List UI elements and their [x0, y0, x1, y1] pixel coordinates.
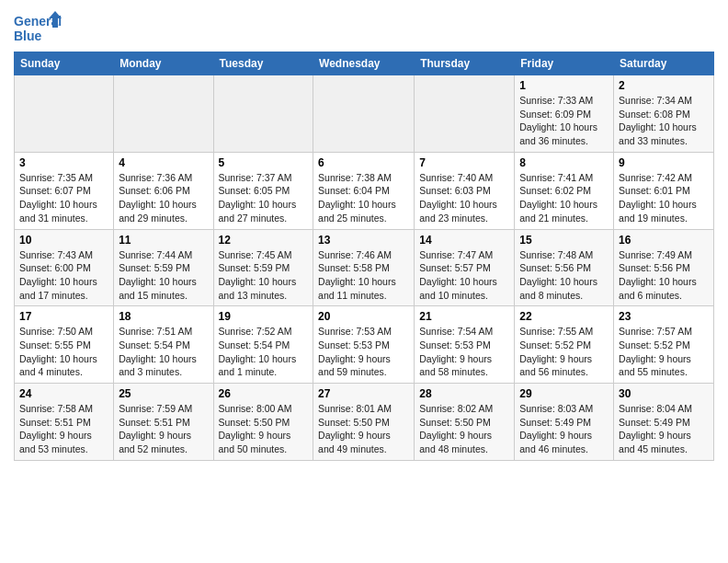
calendar-cell: 30Sunrise: 8:04 AM Sunset: 5:49 PM Dayli…: [614, 384, 714, 461]
weekday-header-friday: Friday: [515, 52, 614, 75]
day-info: Sunrise: 7:43 AM Sunset: 6:00 PM Dayligh…: [19, 248, 108, 303]
weekday-header-thursday: Thursday: [415, 52, 515, 75]
day-info: Sunrise: 7:51 AM Sunset: 5:54 PM Dayligh…: [119, 325, 208, 379]
day-number: 15: [519, 234, 609, 247]
calendar-cell: 24Sunrise: 7:58 AM Sunset: 5:51 PM Dayli…: [15, 384, 114, 461]
day-number: 29: [519, 387, 609, 400]
day-number: 28: [419, 387, 509, 400]
day-info: Sunrise: 7:55 AM Sunset: 5:52 PM Dayligh…: [519, 325, 609, 379]
calendar-cell: 16Sunrise: 7:49 AM Sunset: 5:56 PM Dayli…: [614, 229, 714, 306]
day-number: 13: [318, 234, 409, 247]
day-number: 14: [419, 234, 509, 247]
day-info: Sunrise: 7:45 AM Sunset: 5:59 PM Dayligh…: [219, 248, 309, 303]
day-info: Sunrise: 7:49 AM Sunset: 5:56 PM Dayligh…: [619, 248, 709, 303]
day-info: Sunrise: 7:59 AM Sunset: 5:51 PM Dayligh…: [119, 402, 208, 456]
calendar-week-1: 1Sunrise: 7:33 AM Sunset: 6:09 PM Daylig…: [15, 75, 714, 153]
day-number: 17: [19, 310, 108, 323]
day-info: Sunrise: 7:46 AM Sunset: 5:58 PM Dayligh…: [318, 248, 409, 303]
calendar-cell: 12Sunrise: 7:45 AM Sunset: 5:59 PM Dayli…: [213, 229, 313, 306]
day-number: 20: [318, 310, 409, 323]
day-number: 25: [119, 387, 208, 400]
calendar-cell: 17Sunrise: 7:50 AM Sunset: 5:55 PM Dayli…: [15, 306, 114, 384]
calendar-header: SundayMondayTuesdayWednesdayThursdayFrid…: [15, 52, 714, 75]
day-number: 21: [419, 310, 509, 323]
day-info: Sunrise: 8:00 AM Sunset: 5:50 PM Dayligh…: [219, 402, 309, 456]
day-number: 18: [119, 310, 208, 323]
calendar-cell: 1Sunrise: 7:33 AM Sunset: 6:09 PM Daylig…: [515, 75, 614, 153]
calendar-week-2: 3Sunrise: 7:35 AM Sunset: 6:07 PM Daylig…: [15, 152, 714, 229]
calendar-cell: 3Sunrise: 7:35 AM Sunset: 6:07 PM Daylig…: [15, 152, 114, 229]
calendar-cell: 23Sunrise: 7:57 AM Sunset: 5:52 PM Dayli…: [614, 306, 714, 384]
calendar-cell: 18Sunrise: 7:51 AM Sunset: 5:54 PM Dayli…: [114, 306, 213, 384]
calendar-cell: 25Sunrise: 7:59 AM Sunset: 5:51 PM Dayli…: [114, 384, 213, 461]
day-info: Sunrise: 7:34 AM Sunset: 6:08 PM Dayligh…: [619, 94, 709, 148]
calendar-cell: 27Sunrise: 8:01 AM Sunset: 5:50 PM Dayli…: [313, 384, 415, 461]
calendar-cell: 2Sunrise: 7:34 AM Sunset: 6:08 PM Daylig…: [614, 75, 714, 153]
weekday-row: SundayMondayTuesdayWednesdayThursdayFrid…: [15, 52, 714, 75]
day-info: Sunrise: 7:58 AM Sunset: 5:51 PM Dayligh…: [19, 402, 108, 456]
day-info: Sunrise: 8:02 AM Sunset: 5:50 PM Dayligh…: [419, 402, 509, 456]
day-info: Sunrise: 7:57 AM Sunset: 5:52 PM Dayligh…: [619, 325, 709, 379]
day-info: Sunrise: 7:41 AM Sunset: 6:02 PM Dayligh…: [519, 171, 609, 225]
weekday-header-wednesday: Wednesday: [313, 52, 415, 75]
day-info: Sunrise: 7:50 AM Sunset: 5:55 PM Dayligh…: [19, 325, 108, 379]
day-number: 12: [219, 234, 309, 247]
calendar-cell: [313, 75, 415, 153]
weekday-header-tuesday: Tuesday: [213, 52, 313, 75]
calendar-cell: 13Sunrise: 7:46 AM Sunset: 5:58 PM Dayli…: [313, 229, 415, 306]
calendar-cell: 8Sunrise: 7:41 AM Sunset: 6:02 PM Daylig…: [515, 152, 614, 229]
calendar-cell: 19Sunrise: 7:52 AM Sunset: 5:54 PM Dayli…: [213, 306, 313, 384]
day-number: 27: [318, 387, 409, 400]
day-info: Sunrise: 8:03 AM Sunset: 5:49 PM Dayligh…: [519, 402, 609, 456]
calendar-week-4: 17Sunrise: 7:50 AM Sunset: 5:55 PM Dayli…: [15, 306, 714, 384]
weekday-header-monday: Monday: [114, 52, 213, 75]
day-info: Sunrise: 7:52 AM Sunset: 5:54 PM Dayligh…: [219, 325, 309, 379]
day-info: Sunrise: 8:01 AM Sunset: 5:50 PM Dayligh…: [318, 402, 409, 456]
day-number: 5: [219, 156, 309, 169]
calendar-week-3: 10Sunrise: 7:43 AM Sunset: 6:00 PM Dayli…: [15, 229, 714, 306]
day-number: 10: [19, 234, 108, 247]
day-info: Sunrise: 7:33 AM Sunset: 6:09 PM Dayligh…: [519, 94, 609, 148]
calendar-cell: 20Sunrise: 7:53 AM Sunset: 5:53 PM Dayli…: [313, 306, 415, 384]
day-number: 26: [219, 387, 309, 400]
logo-svg: General Blue: [14, 9, 62, 46]
page-header: General Blue: [14, 9, 714, 46]
day-info: Sunrise: 7:44 AM Sunset: 5:59 PM Dayligh…: [119, 248, 208, 303]
calendar-cell: 6Sunrise: 7:38 AM Sunset: 6:04 PM Daylig…: [313, 152, 415, 229]
day-number: 19: [219, 310, 309, 323]
calendar-cell: [415, 75, 515, 153]
calendar-cell: 7Sunrise: 7:40 AM Sunset: 6:03 PM Daylig…: [415, 152, 515, 229]
day-number: 7: [419, 156, 509, 169]
day-number: 22: [519, 310, 609, 323]
calendar-cell: 10Sunrise: 7:43 AM Sunset: 6:00 PM Dayli…: [15, 229, 114, 306]
day-number: 6: [318, 156, 409, 169]
calendar-cell: 9Sunrise: 7:42 AM Sunset: 6:01 PM Daylig…: [614, 152, 714, 229]
day-info: Sunrise: 7:53 AM Sunset: 5:53 PM Dayligh…: [318, 325, 409, 379]
day-number: 3: [19, 156, 108, 169]
calendar-cell: 21Sunrise: 7:54 AM Sunset: 5:53 PM Dayli…: [415, 306, 515, 384]
day-number: 11: [119, 234, 208, 247]
calendar-body: 1Sunrise: 7:33 AM Sunset: 6:09 PM Daylig…: [15, 75, 714, 461]
day-info: Sunrise: 8:04 AM Sunset: 5:49 PM Dayligh…: [619, 402, 709, 456]
calendar-cell: 22Sunrise: 7:55 AM Sunset: 5:52 PM Dayli…: [515, 306, 614, 384]
calendar-table: SundayMondayTuesdayWednesdayThursdayFrid…: [14, 52, 714, 461]
calendar-cell: [114, 75, 213, 153]
day-number: 23: [619, 310, 709, 323]
calendar-week-5: 24Sunrise: 7:58 AM Sunset: 5:51 PM Dayli…: [15, 384, 714, 461]
weekday-header-sunday: Sunday: [15, 52, 114, 75]
day-info: Sunrise: 7:40 AM Sunset: 6:03 PM Dayligh…: [419, 171, 509, 225]
calendar-cell: 14Sunrise: 7:47 AM Sunset: 5:57 PM Dayli…: [415, 229, 515, 306]
svg-text:Blue: Blue: [14, 29, 42, 43]
calendar-cell: 28Sunrise: 8:02 AM Sunset: 5:50 PM Dayli…: [415, 384, 515, 461]
day-number: 4: [119, 156, 208, 169]
day-number: 8: [519, 156, 609, 169]
day-info: Sunrise: 7:38 AM Sunset: 6:04 PM Dayligh…: [318, 171, 409, 225]
day-info: Sunrise: 7:48 AM Sunset: 5:56 PM Dayligh…: [519, 248, 609, 303]
day-info: Sunrise: 7:47 AM Sunset: 5:57 PM Dayligh…: [419, 248, 509, 303]
day-number: 9: [619, 156, 709, 169]
calendar-cell: 5Sunrise: 7:37 AM Sunset: 6:05 PM Daylig…: [213, 152, 313, 229]
day-number: 16: [619, 234, 709, 247]
day-info: Sunrise: 7:37 AM Sunset: 6:05 PM Dayligh…: [219, 171, 309, 225]
calendar-cell: 29Sunrise: 8:03 AM Sunset: 5:49 PM Dayli…: [515, 384, 614, 461]
weekday-header-saturday: Saturday: [614, 52, 714, 75]
